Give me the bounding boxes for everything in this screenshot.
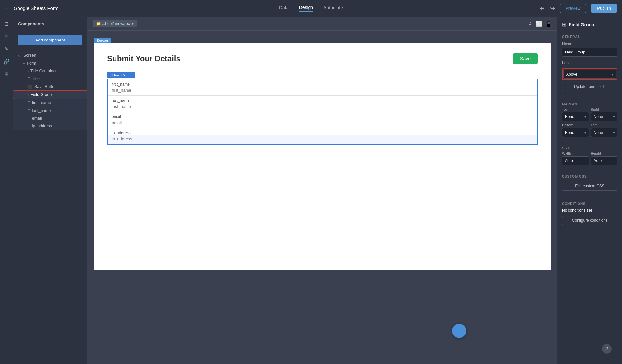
tree-item-last-name[interactable]: T last_name (13, 107, 87, 114)
tree-item-title[interactable]: T Title (13, 75, 87, 83)
chevron-down-icon: ▾ (132, 21, 134, 26)
conditions-section-label: CONDITIONS (557, 198, 622, 207)
name-field-row: Name (557, 40, 622, 59)
tree-item-save-button[interactable]: ⬛ Save Button (13, 83, 87, 90)
pencil-icon[interactable]: ✎ (4, 46, 8, 52)
redo-button[interactable]: ↪ (550, 5, 555, 12)
form-canvas: Submit Your Details Save ⊞ Field Group (94, 43, 551, 270)
route-badge[interactable]: 📁 /sheet1/new/row ▾ (93, 20, 137, 27)
back-button[interactable]: ← (5, 5, 11, 12)
ip-address-icon: T (28, 124, 30, 128)
ip-address-input[interactable] (108, 135, 537, 144)
tree-item-first-name[interactable]: T first_name (13, 99, 87, 107)
title-icon: T (28, 77, 30, 81)
height-col: Height (591, 151, 618, 165)
tree-label-first-name: first_name (32, 100, 51, 105)
margin-bottom-select[interactable]: NoneSML (562, 128, 589, 137)
tab-data[interactable]: Data (279, 5, 289, 12)
width-label: Width (562, 151, 589, 155)
top-nav: ← Google Sheets Form Data Design Automat… (0, 0, 622, 17)
margin-bottom-left: Bottom NoneSML Left NoneSML (557, 123, 622, 137)
custom-css-section-label: CUSTOM CSS (557, 171, 622, 180)
last-name-input[interactable] (108, 103, 537, 112)
last-name-icon: T (28, 109, 30, 112)
tab-automate[interactable]: Automate (323, 5, 343, 12)
add-component-button[interactable]: Add component (18, 35, 82, 45)
email-icon: T (28, 116, 30, 120)
desktop-icon[interactable]: 🖥 (527, 21, 532, 27)
height-input[interactable] (591, 156, 618, 165)
tree-label-email: email (32, 116, 42, 121)
field-group-canvas-badge: ⊞ Field Group (107, 72, 135, 78)
margin-right-select[interactable]: NoneSML (591, 112, 618, 121)
right-panel-header: ⊞ Field Group (557, 17, 622, 31)
margin-right-col: Right NoneSML (591, 107, 618, 121)
tree-item-field-group[interactable]: ⊞ Field Group (13, 90, 87, 99)
preview-button[interactable]: Preview (560, 4, 586, 13)
tree-item-title-container[interactable]: ▭ Title Container (13, 67, 87, 75)
tree-label-ip-address: ip_address (32, 124, 52, 128)
first-name-input[interactable] (108, 87, 537, 95)
tree-item-ip-address[interactable]: T ip_address (13, 122, 87, 130)
width-input[interactable] (562, 156, 589, 165)
form-field-first-name: first_name (108, 79, 537, 96)
tree-label-save-button: Save Button (34, 84, 56, 89)
configure-conditions-button[interactable]: Configure conditions (562, 216, 617, 225)
margin-left-label: Left (591, 123, 618, 127)
tree-item-form[interactable]: ≡ Form (13, 59, 87, 67)
margin-top-select[interactable]: NoneSML (562, 112, 589, 121)
canvas-toolbar: 📁 /sheet1/new/row ▾ 🖥 ⬜ 📱 (88, 17, 557, 31)
width-col: Width (562, 151, 589, 165)
undo-button[interactable]: ↩ (540, 5, 545, 12)
component-tree: ▭ Screen ≡ Form ▭ Title Container T Titl… (13, 49, 87, 364)
first-name-icon: T (28, 101, 30, 105)
canvas-area: 📁 /sheet1/new/row ▾ 🖥 ⬜ 📱 Screen Submit … (88, 17, 557, 364)
grid-icon[interactable]: ⊞ (4, 71, 8, 77)
divider-2 (557, 140, 622, 140)
tree-label-screen: Screen (23, 53, 36, 58)
ip-address-label: ip_address (108, 128, 537, 135)
tree-item-screen[interactable]: ▭ Screen (13, 52, 87, 59)
tree-label-form: Form (27, 61, 36, 65)
help-button[interactable]: ? (602, 344, 612, 354)
save-button-icon: ⬛ (28, 85, 32, 89)
sidebar-header: Components (13, 17, 87, 31)
labels-field-row: Labels (557, 59, 622, 68)
tree-item-email[interactable]: T email (13, 114, 87, 122)
screen-icon: ▭ (18, 53, 21, 58)
update-form-fields-button[interactable]: Update form fields (562, 82, 617, 91)
margin-top-right: Top NoneSML Right NoneSML (557, 107, 622, 121)
screen-badge: Screen (94, 37, 551, 43)
nav-tabs: Data Design Automate (279, 5, 343, 12)
tablet-icon[interactable]: ⬜ (536, 21, 542, 27)
margin-section-label: MARGIN (557, 99, 622, 107)
tree-label-title: Title (32, 76, 40, 81)
form-icon: ≡ (23, 61, 25, 65)
form-field-email: email (108, 112, 537, 128)
labels-select[interactable]: Above Below Left Right None (563, 70, 616, 79)
form-field-ip-address: ip_address (108, 128, 537, 144)
form-field-last-name: last_name (108, 96, 537, 112)
field-group-container[interactable]: first_name last_name email (107, 79, 538, 145)
tab-design[interactable]: Design (299, 5, 313, 12)
general-section-label: GENERAL (557, 31, 622, 40)
publish-button[interactable]: Publish (591, 4, 617, 13)
size-section-label: SIZE (557, 143, 622, 151)
fab-button[interactable]: + (452, 324, 466, 338)
margin-left-col: Left NoneSML (591, 123, 618, 137)
nav-left: ← Google Sheets Form (5, 5, 58, 12)
name-input[interactable] (562, 48, 617, 57)
first-name-label: first_name (108, 79, 537, 87)
margin-left-select[interactable]: NoneSML (591, 128, 618, 137)
mobile-icon[interactable]: 📱 (545, 21, 552, 27)
edit-custom-css-button[interactable]: Edit custom CSS (562, 182, 617, 191)
right-panel-title: Field Group (569, 22, 594, 27)
email-input[interactable] (108, 119, 537, 128)
divider-3 (557, 168, 622, 168)
link-icon[interactable]: 🔗 (3, 58, 10, 65)
canvas-save-button[interactable]: Save (513, 53, 538, 64)
field-group-badge-icon: ⊞ (110, 73, 113, 77)
layers-icon[interactable]: ⊟ (4, 21, 8, 27)
components-icon[interactable]: ≡ (5, 33, 8, 39)
left-sidebar: Components Add component ▭ Screen ≡ Form… (13, 17, 88, 364)
